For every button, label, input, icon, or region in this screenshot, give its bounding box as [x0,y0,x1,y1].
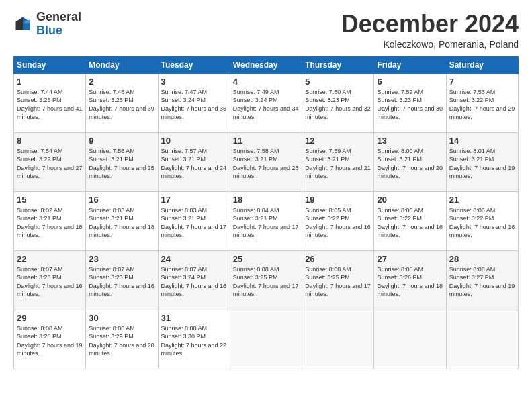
table-row: 17 Sunrise: 8:03 AMSunset: 3:21 PMDaylig… [158,191,230,250]
logo-blue: Blue [36,24,62,37]
day-number: 14 [449,136,515,146]
col-tuesday: Tuesday [158,56,230,73]
day-info: Sunrise: 8:06 AMSunset: 3:22 PMDaylight:… [449,206,515,240]
day-info: Sunrise: 7:56 AMSunset: 3:21 PMDaylight:… [89,147,154,181]
month-title: December 2024 [341,11,519,38]
day-number: 4 [233,77,299,87]
day-number: 29 [17,313,83,323]
table-row: 2 Sunrise: 7:46 AMSunset: 3:25 PMDayligh… [86,73,158,132]
day-number: 13 [377,136,443,146]
calendar-header-row: Sunday Monday Tuesday Wednesday Thursday… [14,56,519,73]
table-row: 25 Sunrise: 8:08 AMSunset: 3:25 PMDaylig… [230,250,302,310]
col-monday: Monday [86,56,158,73]
day-info: Sunrise: 8:05 AMSunset: 3:22 PMDaylight:… [305,206,371,240]
table-row: 19 Sunrise: 8:05 AMSunset: 3:22 PMDaylig… [302,191,374,250]
logo: General Blue [13,11,81,38]
subtitle: Koleczkowo, Pomerania, Poland [341,39,519,50]
day-number: 31 [161,313,227,323]
day-info: Sunrise: 8:08 AMSunset: 3:27 PMDaylight:… [449,265,515,299]
day-info: Sunrise: 8:03 AMSunset: 3:21 PMDaylight:… [89,206,154,240]
day-number: 1 [17,77,83,87]
table-row: 24 Sunrise: 8:07 AMSunset: 3:24 PMDaylig… [158,250,230,310]
table-row: 23 Sunrise: 8:07 AMSunset: 3:23 PMDaylig… [86,250,158,310]
day-info: Sunrise: 7:58 AMSunset: 3:21 PMDaylight:… [233,147,299,181]
day-number: 3 [161,77,227,87]
day-number: 2 [89,77,154,87]
day-number: 11 [233,136,299,146]
table-row: 20 Sunrise: 8:06 AMSunset: 3:22 PMDaylig… [374,191,446,250]
day-number: 17 [161,195,227,205]
table-row: 31 Sunrise: 8:08 AMSunset: 3:30 PMDaylig… [158,310,230,369]
day-info: Sunrise: 8:00 AMSunset: 3:21 PMDaylight:… [377,147,443,181]
day-info: Sunrise: 7:54 AMSunset: 3:22 PMDaylight:… [17,147,83,181]
day-info: Sunrise: 8:02 AMSunset: 3:21 PMDaylight:… [17,206,83,240]
day-info: Sunrise: 8:08 AMSunset: 3:25 PMDaylight:… [233,265,299,299]
day-number: 22 [17,254,83,264]
day-info: Sunrise: 7:59 AMSunset: 3:21 PMDaylight:… [305,147,371,181]
col-thursday: Thursday [302,56,374,73]
day-number: 12 [305,136,371,146]
day-number: 16 [89,195,154,205]
day-number: 6 [377,77,443,87]
day-number: 25 [233,254,299,264]
day-number: 10 [161,136,227,146]
day-info: Sunrise: 8:04 AMSunset: 3:21 PMDaylight:… [233,206,299,240]
day-info: Sunrise: 7:47 AMSunset: 3:24 PMDaylight:… [161,88,227,122]
day-info: Sunrise: 8:01 AMSunset: 3:21 PMDaylight:… [449,147,515,181]
table-row: 14 Sunrise: 8:01 AMSunset: 3:21 PMDaylig… [446,132,518,191]
table-row: 13 Sunrise: 8:00 AMSunset: 3:21 PMDaylig… [374,132,446,191]
table-row: 5 Sunrise: 7:50 AMSunset: 3:23 PMDayligh… [302,73,374,132]
day-info: Sunrise: 7:49 AMSunset: 3:24 PMDaylight:… [233,88,299,122]
day-number: 26 [305,254,371,264]
table-row: 3 Sunrise: 7:47 AMSunset: 3:24 PMDayligh… [158,73,230,132]
table-row: 7 Sunrise: 7:53 AMSunset: 3:22 PMDayligh… [446,73,518,132]
table-row: 6 Sunrise: 7:52 AMSunset: 3:23 PMDayligh… [374,73,446,132]
day-info: Sunrise: 7:44 AMSunset: 3:26 PMDaylight:… [17,88,83,122]
day-number: 27 [377,254,443,264]
day-info: Sunrise: 7:52 AMSunset: 3:23 PMDaylight:… [377,88,443,122]
day-number: 8 [17,136,83,146]
table-row: 26 Sunrise: 8:08 AMSunset: 3:25 PMDaylig… [302,250,374,310]
day-info: Sunrise: 8:03 AMSunset: 3:21 PMDaylight:… [161,206,227,240]
table-row: 27 Sunrise: 8:08 AMSunset: 3:26 PMDaylig… [374,250,446,310]
col-friday: Friday [374,56,446,73]
table-row: 12 Sunrise: 7:59 AMSunset: 3:21 PMDaylig… [302,132,374,191]
day-info: Sunrise: 8:07 AMSunset: 3:23 PMDaylight:… [89,265,154,299]
table-row: 15 Sunrise: 8:02 AMSunset: 3:21 PMDaylig… [14,191,86,250]
svg-marker-0 [23,17,30,30]
day-info: Sunrise: 8:08 AMSunset: 3:25 PMDaylight:… [305,265,371,299]
day-info: Sunrise: 8:08 AMSunset: 3:29 PMDaylight:… [89,324,154,358]
day-number: 28 [449,254,515,264]
day-info: Sunrise: 8:08 AMSunset: 3:28 PMDaylight:… [17,324,83,358]
table-row: 16 Sunrise: 8:03 AMSunset: 3:21 PMDaylig… [86,191,158,250]
day-number: 23 [89,254,154,264]
day-number: 19 [305,195,371,205]
day-info: Sunrise: 7:57 AMSunset: 3:21 PMDaylight:… [161,147,227,181]
table-row: 11 Sunrise: 7:58 AMSunset: 3:21 PMDaylig… [230,132,302,191]
table-row: 18 Sunrise: 8:04 AMSunset: 3:21 PMDaylig… [230,191,302,250]
logo-general: General [36,10,81,24]
table-row [446,310,518,369]
table-row: 22 Sunrise: 8:07 AMSunset: 3:23 PMDaylig… [14,250,86,310]
page: General Blue December 2024 Koleczkowo, P… [0,0,532,411]
day-info: Sunrise: 7:46 AMSunset: 3:25 PMDaylight:… [89,88,154,122]
logo-icon [13,15,32,34]
svg-marker-1 [16,17,24,30]
day-number: 18 [233,195,299,205]
col-wednesday: Wednesday [230,56,302,73]
col-saturday: Saturday [446,56,518,73]
table-row: 4 Sunrise: 7:49 AMSunset: 3:24 PMDayligh… [230,73,302,132]
table-row: 28 Sunrise: 8:08 AMSunset: 3:27 PMDaylig… [446,250,518,310]
table-row: 1 Sunrise: 7:44 AMSunset: 3:26 PMDayligh… [14,73,86,132]
logo-text: General Blue [36,11,81,38]
day-number: 30 [89,313,154,323]
title-block: December 2024 Koleczkowo, Pomerania, Pol… [341,11,519,50]
day-info: Sunrise: 8:07 AMSunset: 3:23 PMDaylight:… [17,265,83,299]
day-number: 9 [89,136,154,146]
col-sunday: Sunday [14,56,86,73]
table-row: 30 Sunrise: 8:08 AMSunset: 3:29 PMDaylig… [86,310,158,369]
day-info: Sunrise: 8:08 AMSunset: 3:26 PMDaylight:… [377,265,443,299]
table-row: 9 Sunrise: 7:56 AMSunset: 3:21 PMDayligh… [86,132,158,191]
day-info: Sunrise: 8:08 AMSunset: 3:30 PMDaylight:… [161,324,227,358]
calendar-table: Sunday Monday Tuesday Wednesday Thursday… [13,56,519,369]
